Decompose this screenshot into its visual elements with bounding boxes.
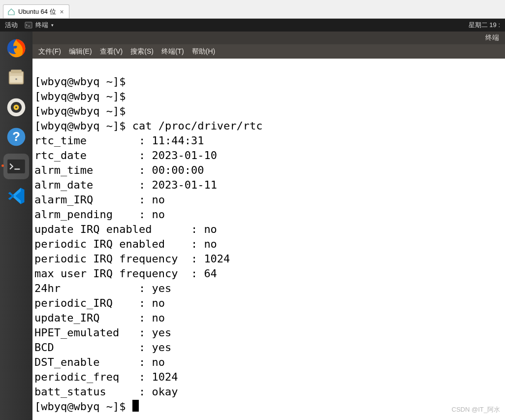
out-label: HPET_emulated : (34, 326, 152, 339)
out-label: alarm_IRQ : (34, 194, 152, 206)
out-value: 2023-01-11 (152, 179, 217, 191)
dock-active-indicator (1, 164, 4, 167)
vm-tabbar: Ubuntu 64 位 × (0, 0, 505, 19)
out-value: 2023-01-10 (152, 149, 217, 162)
menu-terminal[interactable]: 终端(T) (158, 46, 187, 58)
out-label: 24hr : (34, 282, 152, 294)
out-label: update IRQ enabled : (34, 223, 204, 235)
command-text: cat /proc/driver/rtc (132, 120, 263, 132)
out-value: 1024 (152, 371, 178, 383)
out-label: batt_status : (34, 386, 152, 398)
out-label: periodic IRQ frequency : (34, 253, 204, 265)
out-label: rtc_time : (34, 134, 152, 147)
out-label: alrm_pending : (34, 208, 152, 221)
svg-rect-12 (7, 159, 26, 173)
out-value: 00:00:00 (152, 164, 204, 176)
out-value: yes (152, 326, 171, 339)
terminal-icon (25, 21, 32, 29)
cursor (132, 400, 139, 412)
out-label: alrm_time : (34, 164, 152, 176)
out-value: no (152, 356, 165, 368)
menu-help[interactable]: 帮助(H) (189, 46, 218, 58)
dock-rhythmbox[interactable] (3, 95, 29, 120)
music-icon (5, 97, 27, 118)
out-value: yes (152, 341, 171, 354)
terminal-menubar: 文件(F) 编辑(E) 查看(V) 搜索(S) 终端(T) 帮助(H) (32, 44, 505, 59)
menu-file[interactable]: 文件(F) (35, 46, 64, 58)
firefox-icon (5, 37, 27, 59)
out-value: no (204, 238, 217, 250)
terminal-icon (5, 156, 27, 177)
svg-point-9 (15, 106, 17, 108)
out-value: 1024 (204, 253, 230, 265)
out-label: periodic IRQ enabled : (34, 238, 204, 250)
out-label: DST_enable : (34, 356, 152, 368)
vm-home-icon (7, 8, 15, 16)
out-value: 11:44:31 (152, 134, 204, 147)
vm-tab[interactable]: Ubuntu 64 位 × (3, 4, 69, 18)
chevron-down-icon: ▾ (51, 23, 54, 28)
out-label: periodic_freq : (34, 371, 152, 383)
help-icon: ? (5, 126, 27, 148)
terminal-window: 终端 文件(F) 编辑(E) 查看(V) 搜索(S) 终端(T) 帮助(H) [… (32, 32, 505, 420)
dock-files[interactable] (3, 65, 29, 91)
topbar-app-menu[interactable]: 终端 ▾ (25, 21, 54, 30)
vscode-icon (5, 185, 27, 207)
out-label: periodic_IRQ : (34, 297, 152, 309)
prompt: [wbyq@wbyq ~]$ (34, 75, 132, 88)
out-value: no (152, 312, 165, 324)
dock-firefox[interactable] (3, 35, 29, 61)
svg-rect-3 (11, 70, 22, 73)
out-value: no (152, 297, 165, 309)
terminal-titlebar-label: 终端 (485, 33, 499, 42)
activities-button[interactable]: 活动 (5, 21, 18, 30)
out-value: okay (152, 386, 178, 398)
out-value: 64 (204, 267, 217, 280)
svg-point-5 (15, 78, 17, 80)
out-label: rtc_date : (34, 149, 152, 162)
dock-vscode[interactable] (3, 183, 29, 209)
out-label: alrm_date : (34, 179, 152, 191)
out-value: no (152, 194, 165, 206)
topbar-app-label: 终端 (35, 21, 48, 30)
prompt: [wbyq@wbyq ~]$ (34, 120, 132, 132)
vm-tab-label: Ubuntu 64 位 (18, 7, 56, 16)
files-icon (5, 67, 27, 89)
prompt: [wbyq@wbyq ~]$ (34, 105, 132, 117)
topbar-clock[interactable]: 星期二 19 : (469, 21, 500, 30)
terminal-body[interactable]: [wbyq@wbyq ~]$ [wbyq@wbyq ~]$ [wbyq@wbyq… (32, 59, 505, 420)
out-value: yes (152, 282, 171, 294)
out-value: no (152, 208, 165, 221)
prompt: [wbyq@wbyq ~]$ (34, 90, 132, 102)
dock-help[interactable]: ? (3, 124, 29, 150)
out-value: no (204, 223, 217, 235)
terminal-titlebar: 终端 (32, 32, 505, 44)
out-label: max user IRQ frequency : (34, 267, 204, 280)
dock-terminal[interactable] (3, 154, 29, 179)
out-label: update_IRQ : (34, 312, 152, 324)
close-icon[interactable]: × (59, 8, 65, 16)
svg-text:?: ? (12, 129, 20, 143)
menu-search[interactable]: 搜索(S) (127, 46, 157, 58)
out-label: BCD : (34, 341, 152, 354)
menu-view[interactable]: 查看(V) (97, 46, 126, 58)
prompt: [wbyq@wbyq ~]$ (34, 400, 132, 413)
svg-rect-0 (25, 22, 32, 28)
menu-edit[interactable]: 编辑(E) (66, 46, 95, 58)
watermark: CSDN @IT_阿水 (452, 402, 500, 417)
dock: ? (0, 32, 32, 420)
gnome-topbar: 活动 终端 ▾ 星期二 19 : (0, 19, 505, 32)
